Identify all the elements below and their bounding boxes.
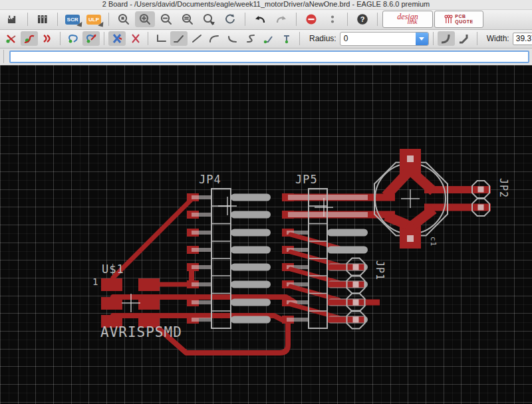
library-icon	[37, 14, 49, 25]
redo-icon	[275, 14, 288, 25]
board-drawing: JP4 JP5 JP1 JP2 U$1 1 AVRISPSMD c1	[0, 65, 532, 404]
label-jp1: JP1	[374, 260, 386, 280]
bend-45-icon	[174, 36, 183, 42]
dropdown-arrow-icon	[76, 22, 84, 29]
label-u1-value: AVRISPSMD	[100, 324, 182, 340]
bend-arc-up-button[interactable]	[206, 31, 223, 46]
label-u1-pin1: 1	[92, 276, 98, 287]
width-field[interactable]: 39.3700	[513, 33, 532, 45]
snap-off-button[interactable]	[126, 31, 144, 46]
stop-icon	[305, 13, 317, 25]
miter-straight-icon	[460, 35, 467, 43]
main-toolbar: SCR ULP	[0, 10, 532, 30]
redo-button[interactable]	[271, 11, 291, 27]
separator	[27, 13, 28, 26]
zoom-select-button[interactable]	[199, 11, 219, 27]
pcb-quote-label: PCB QUOTE	[455, 14, 473, 25]
connector-jp4[interactable]	[187, 189, 271, 328]
board-manufacturing-icon[interactable]	[3, 11, 23, 27]
bend-freehand-2-icon	[281, 33, 293, 44]
zoom-out-icon	[160, 13, 173, 25]
snap-red-x-icon	[129, 33, 141, 44]
scr-icon: SCR	[65, 15, 80, 25]
connector-jp5[interactable]	[282, 189, 395, 328]
ulp-icon: ULP	[86, 15, 101, 25]
separator	[108, 13, 109, 26]
label-jp2: JP2	[497, 178, 509, 198]
bend-arc-down-button[interactable]	[224, 31, 241, 46]
undo-button[interactable]	[250, 11, 270, 27]
zoom-fit-button[interactable]	[114, 11, 134, 27]
bend-s-icon	[247, 35, 254, 42]
zoom-out-button[interactable]	[156, 11, 176, 27]
loop-off-icon	[67, 33, 79, 44]
loop-removal-off-button[interactable]	[65, 31, 82, 46]
bend-90deg-button[interactable]	[152, 31, 170, 46]
route-ignore-obstacles-button[interactable]	[3, 31, 20, 46]
radius-combobox[interactable]: 0	[340, 32, 429, 46]
zoom-exact-button[interactable]	[178, 11, 198, 27]
help-button[interactable]: ?	[352, 11, 372, 27]
help-icon: ?	[356, 13, 368, 25]
route-walkaround-obstacles-button[interactable]	[21, 31, 38, 46]
label-jp4: JP4	[199, 173, 221, 186]
pcb-quote-line2: QUOTE	[455, 19, 473, 24]
bend-freehand-2-button[interactable]	[278, 31, 295, 46]
route-ignore-icon	[5, 33, 17, 44]
options-button[interactable]	[323, 11, 342, 27]
zoom-exact-icon	[182, 13, 194, 25]
radius-label: Radius:	[309, 34, 336, 43]
design-link-label: design link	[397, 14, 418, 25]
loop-on-icon	[85, 33, 97, 44]
label-c1: c1	[429, 237, 438, 247]
bend-straight-button[interactable]	[188, 31, 205, 46]
window-title: 2 Board - /Users/david/Documents/eagle/w…	[0, 0, 532, 10]
library-button[interactable]	[33, 11, 53, 27]
run-ulp-button[interactable]: ULP	[84, 11, 104, 27]
separator	[148, 32, 148, 45]
bend-90-icon	[158, 35, 166, 41]
label-jp5: JP5	[295, 173, 318, 186]
combo-dropdown-icon[interactable]	[416, 33, 428, 45]
route-push-obstacles-button[interactable]	[39, 31, 56, 46]
separator	[3, 50, 4, 63]
miter-round-button[interactable]	[438, 31, 455, 46]
separator	[296, 13, 297, 26]
vertical-dots-icon	[329, 14, 336, 25]
width-label: Width:	[487, 34, 509, 43]
component-u1[interactable]	[101, 278, 160, 328]
stop-button[interactable]	[301, 11, 321, 27]
loop-removal-on-button[interactable]	[82, 31, 100, 46]
radius-value: 0	[340, 34, 416, 43]
bend-arc-up-icon	[210, 36, 218, 42]
separator	[104, 32, 104, 45]
bend-45deg-button[interactable]	[170, 31, 188, 46]
snap-blue-x-icon	[111, 33, 123, 44]
separator	[377, 13, 378, 26]
snap-on-button[interactable]	[108, 31, 126, 46]
command-input[interactable]	[9, 50, 529, 63]
route-toolbar: Radius: 0 Width: 39.3700	[0, 30, 532, 49]
separator	[433, 32, 434, 45]
command-row	[0, 49, 532, 65]
eagle-window: 2 Board - /Users/david/Documents/eagle/w…	[0, 0, 532, 404]
redraw-icon	[224, 13, 236, 25]
svg-text:?: ?	[360, 15, 365, 23]
miter-straight-button[interactable]	[456, 31, 473, 46]
redraw-button[interactable]	[220, 11, 240, 27]
design-link-button[interactable]: design link	[382, 11, 433, 28]
pcb-quote-icon	[444, 15, 453, 25]
zoom-select-icon	[203, 13, 215, 25]
bend-s-curve-button[interactable]	[242, 31, 259, 46]
route-push-icon	[41, 33, 53, 44]
bend-freehand-1-button[interactable]	[260, 31, 277, 46]
separator	[477, 32, 477, 45]
miter-round-icon	[442, 35, 449, 43]
design-link-line2: link	[406, 19, 418, 25]
board-canvas[interactable]: JP4 JP5 JP1 JP2 U$1 1 AVRISPSMD c1	[0, 65, 532, 404]
pcb-quote-button[interactable]: PCB QUOTE	[434, 11, 483, 28]
zoom-in-button[interactable]	[135, 11, 155, 27]
zoom-fit-icon	[118, 13, 130, 25]
run-script-button[interactable]: SCR	[63, 11, 82, 27]
pcb-quote-line1: PCB	[455, 14, 466, 19]
